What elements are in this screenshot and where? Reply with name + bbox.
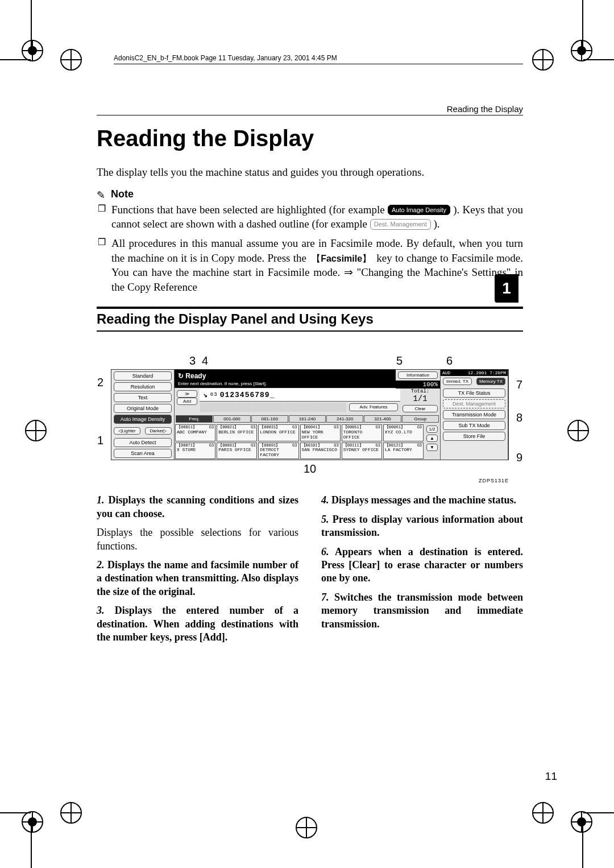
scan-area-button[interactable]: Scan Area xyxy=(114,449,172,458)
reg-mark xyxy=(567,420,589,441)
tab-081-160[interactable]: 081-160 xyxy=(251,415,288,423)
note-item: Functions that have been selected are hi… xyxy=(97,202,523,232)
tab-321-400[interactable]: 321-400 xyxy=(364,415,401,423)
total-value: 1/1 xyxy=(400,394,440,403)
intro-text: The display tells you the machine status… xyxy=(97,165,523,180)
crop-mark xyxy=(582,0,583,49)
reg-mark xyxy=(60,49,82,71)
tx-file-status-button[interactable]: TX File Status xyxy=(443,388,505,398)
add-button[interactable]: Add xyxy=(177,398,197,405)
ready-status: ↻ Ready xyxy=(175,370,396,381)
note-item: All procedures in this manual assume you… xyxy=(97,236,523,295)
reg-mark xyxy=(532,802,554,824)
callout-1: 1 xyxy=(97,434,103,447)
information-button[interactable]: Information xyxy=(398,371,438,379)
section-running-title: Reading the Display xyxy=(97,104,523,115)
tab-group[interactable]: Group xyxy=(402,415,439,423)
tab-freq[interactable]: Freq. xyxy=(176,415,213,423)
destination-number-field[interactable]: ↘ 03 0123456789_ xyxy=(200,388,400,402)
pencil-icon: ✎ xyxy=(97,189,105,201)
dest-tab-bar: Freq. 001-080 081-160 161-240 241-320 32… xyxy=(176,415,439,423)
reg-mark xyxy=(22,40,43,61)
total-label: Total: xyxy=(400,388,440,394)
progress-bar xyxy=(201,403,346,412)
page-title: Reading the Display xyxy=(97,126,523,151)
callout-10: 10 xyxy=(111,462,509,476)
lighter-button[interactable]: ◁Lighter xyxy=(114,427,140,435)
reg-mark xyxy=(532,49,554,71)
destination-cell[interactable]: 【00121】G3LA FACTORY xyxy=(383,443,424,459)
destination-cell[interactable]: 【00031】G3LONDON OFFICE xyxy=(258,424,298,441)
store-file-button[interactable]: Store File xyxy=(443,432,505,441)
standard-button[interactable]: Standard xyxy=(114,371,172,381)
destination-cell[interactable]: 【00071】G3X STORE xyxy=(175,443,215,459)
page-number: 11 xyxy=(545,770,557,783)
datetime-indicator: 12.2001 7:20PM xyxy=(468,370,506,375)
destination-cell[interactable]: 【00061】G3XYZ CO.LTD xyxy=(383,424,424,441)
original-mode-button[interactable]: Original Mode xyxy=(114,404,172,413)
crop-mark xyxy=(583,59,614,60)
adv-features-button[interactable]: Adv. Features xyxy=(349,403,398,411)
chapter-thumb-tab: 1 xyxy=(495,274,518,303)
dest-management-button: Dest. Management xyxy=(443,399,505,408)
destination-cell[interactable]: 【00021】G3BERLIN OFFICE xyxy=(217,424,257,441)
resolution-button[interactable]: Resolution xyxy=(114,382,172,391)
destination-cell[interactable]: 【00111】G3SYDNEY OFFICE xyxy=(342,443,382,459)
text-button[interactable]: Text xyxy=(114,393,172,402)
crop-mark xyxy=(582,824,583,868)
callout-4: 4 xyxy=(202,354,208,367)
panel-left-column: Standard Resolution Text Original Mode A… xyxy=(111,370,175,460)
destination-cell[interactable]: 【00101】G3SAN FRANCISCO xyxy=(300,443,341,459)
page-up-button[interactable]: ▲ xyxy=(426,435,438,442)
running-head: AdonisC2_EN_b-f_FM.book Page 11 Tuesday,… xyxy=(114,54,523,64)
ready-icon: ↻ xyxy=(178,372,184,380)
callout-explanations: 1. Displays the scanning conditions and … xyxy=(97,494,523,650)
auto-image-density-button[interactable]: Auto Image Density xyxy=(114,415,172,424)
tab-161-240[interactable]: 161-240 xyxy=(289,415,326,423)
auto-detect-button[interactable]: Auto Detect xyxy=(114,438,172,447)
panel-right-column: AUD 12.2001 7:20PM Immed. TX Memory TX T… xyxy=(441,370,508,460)
reg-mark xyxy=(571,811,592,833)
crop-mark xyxy=(583,812,614,813)
destination-cell[interactable]: 【00041】G3NEW YORK OFFICE xyxy=(300,424,341,441)
reg-mark xyxy=(60,802,82,824)
phone-icon: ↘ xyxy=(203,390,208,399)
subsection-title: Reading the Display Panel and Using Keys xyxy=(97,307,523,332)
destination-cell[interactable]: 【00091】G3DETROIT FACTORY xyxy=(258,443,298,459)
example-chip-disabled: Dest. Management xyxy=(370,219,431,230)
destination-cell[interactable]: 【00081】G3PARIS OFFICE xyxy=(217,443,257,459)
aud-indicator: AUD xyxy=(442,370,450,375)
tab-241-320[interactable]: 241-320 xyxy=(326,415,363,423)
reg-mark xyxy=(25,420,47,441)
reg-mark xyxy=(571,40,592,61)
callout-6: 6 xyxy=(446,354,453,367)
reg-mark xyxy=(296,817,317,838)
display-panel-figure: 3 4 5 6 1 2 7 8 9 Standard Resolution Te… xyxy=(111,354,509,483)
clear-button[interactable]: Clear xyxy=(403,405,438,412)
crop-mark xyxy=(31,824,32,868)
add-arrows-icon: ≫ xyxy=(177,390,197,398)
callout-3: 3 xyxy=(189,354,196,367)
sub-tx-mode-button[interactable]: Sub TX Mode xyxy=(443,421,505,430)
destination-cell[interactable]: 【00011】G3ABC COMPANY xyxy=(175,424,215,441)
facsimile-key: Facsimile xyxy=(309,253,374,265)
transmission-mode-button[interactable]: Transmission Mode xyxy=(443,410,505,419)
darker-button[interactable]: Darker▷ xyxy=(145,427,172,435)
reg-mark xyxy=(22,811,43,833)
page-down-button[interactable]: ▼ xyxy=(426,444,438,451)
ready-subtext: Enter next destination. If none, press [… xyxy=(175,381,396,388)
immed-tx-button[interactable]: Immed. TX xyxy=(443,378,472,385)
note-heading: ✎ Note xyxy=(97,188,523,200)
crop-mark xyxy=(0,59,31,60)
figure-id: ZDPS131E xyxy=(111,478,509,483)
crop-mark xyxy=(31,0,32,49)
destination-cell[interactable]: 【00051】G3TORONTO OFFICE xyxy=(342,424,382,441)
example-chip-selected: Auto Image Density xyxy=(388,205,450,216)
crop-mark xyxy=(0,812,31,813)
memory-tx-button[interactable]: Memory TX xyxy=(476,378,505,385)
panel-middle-column: ↻ Ready Enter next destination. If none,… xyxy=(175,370,441,460)
callout-5: 5 xyxy=(396,354,403,367)
callout-8: 8 xyxy=(516,411,522,424)
page-indicator: 1/2 xyxy=(426,425,438,433)
tab-001-080[interactable]: 001-080 xyxy=(213,415,250,423)
